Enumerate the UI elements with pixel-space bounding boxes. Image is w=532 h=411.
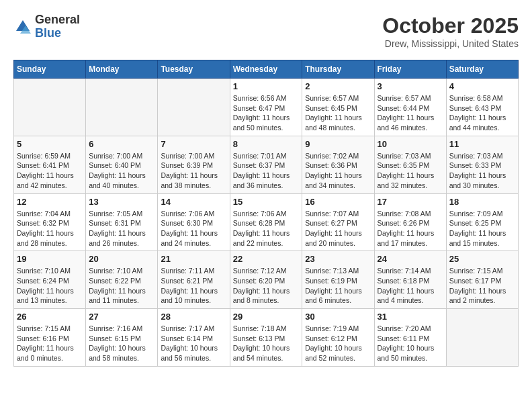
logo-general-text: General	[35, 13, 80, 27]
day-info: Sunrise: 6:57 AM Sunset: 6:44 PM Dayligh…	[378, 93, 443, 133]
calendar-cell: 2Sunrise: 6:57 AM Sunset: 6:45 PM Daylig…	[302, 79, 374, 136]
calendar-cell: 27Sunrise: 7:16 AM Sunset: 6:15 PM Dayli…	[86, 309, 158, 367]
logo-blue-text: Blue	[35, 27, 80, 40]
day-number: 17	[378, 197, 443, 207]
day-info: Sunrise: 7:16 AM Sunset: 6:15 PM Dayligh…	[89, 324, 154, 363]
day-number: 13	[89, 197, 154, 207]
day-info: Sunrise: 7:12 AM Sunset: 6:20 PM Dayligh…	[233, 266, 300, 306]
day-number: 30	[305, 312, 371, 322]
calendar-cell: 14Sunrise: 7:06 AM Sunset: 6:30 PM Dayli…	[158, 193, 230, 251]
day-info: Sunrise: 7:01 AM Sunset: 6:37 PM Dayligh…	[233, 151, 300, 191]
calendar-cell: 24Sunrise: 7:14 AM Sunset: 6:18 PM Dayli…	[374, 251, 446, 309]
day-info: Sunrise: 7:05 AM Sunset: 6:31 PM Dayligh…	[89, 209, 154, 248]
day-number: 31	[378, 312, 443, 322]
calendar-header-row: SundayMondayTuesdayWednesdayThursdayFrid…	[14, 60, 519, 79]
day-number: 20	[89, 254, 154, 264]
calendar-cell: 28Sunrise: 7:17 AM Sunset: 6:14 PM Dayli…	[158, 309, 230, 367]
day-info: Sunrise: 7:07 AM Sunset: 6:27 PM Dayligh…	[305, 209, 371, 248]
day-info: Sunrise: 7:17 AM Sunset: 6:14 PM Dayligh…	[161, 324, 226, 363]
day-number: 21	[161, 254, 226, 264]
day-number: 2	[305, 81, 371, 91]
day-number: 10	[378, 139, 443, 149]
calendar-cell: 7Sunrise: 7:00 AM Sunset: 6:39 PM Daylig…	[158, 136, 230, 193]
calendar-cell: 25Sunrise: 7:15 AM Sunset: 6:17 PM Dayli…	[446, 251, 518, 309]
day-info: Sunrise: 7:18 AM Sunset: 6:13 PM Dayligh…	[233, 324, 300, 363]
calendar-cell: 1Sunrise: 6:56 AM Sunset: 6:47 PM Daylig…	[230, 79, 302, 136]
day-info: Sunrise: 7:10 AM Sunset: 6:22 PM Dayligh…	[89, 266, 154, 306]
calendar-cell: 23Sunrise: 7:13 AM Sunset: 6:19 PM Dayli…	[302, 251, 374, 309]
location: Drew, Mississippi, United States	[382, 38, 519, 49]
calendar-cell: 8Sunrise: 7:01 AM Sunset: 6:37 PM Daylig…	[230, 136, 302, 193]
day-number: 22	[233, 254, 300, 264]
day-info: Sunrise: 7:00 AM Sunset: 6:40 PM Dayligh…	[89, 151, 154, 191]
title-block: October 2025 Drew, Mississippi, United S…	[382, 13, 519, 49]
calendar-week-row: 19Sunrise: 7:10 AM Sunset: 6:24 PM Dayli…	[14, 251, 519, 309]
calendar-table: SundayMondayTuesdayWednesdayThursdayFrid…	[13, 60, 519, 367]
calendar-cell: 4Sunrise: 6:58 AM Sunset: 6:43 PM Daylig…	[446, 79, 518, 136]
month-title: October 2025	[382, 13, 519, 38]
day-info: Sunrise: 7:19 AM Sunset: 6:12 PM Dayligh…	[305, 324, 371, 363]
calendar-cell	[14, 79, 86, 136]
day-number: 3	[378, 81, 443, 91]
day-info: Sunrise: 7:20 AM Sunset: 6:11 PM Dayligh…	[378, 324, 443, 363]
day-info: Sunrise: 7:00 AM Sunset: 6:39 PM Dayligh…	[161, 151, 226, 191]
day-number: 16	[305, 197, 371, 207]
day-info: Sunrise: 7:03 AM Sunset: 6:35 PM Dayligh…	[378, 151, 443, 191]
day-of-week-header: Saturday	[446, 60, 518, 79]
calendar-cell: 9Sunrise: 7:02 AM Sunset: 6:36 PM Daylig…	[302, 136, 374, 193]
calendar-cell: 29Sunrise: 7:18 AM Sunset: 6:13 PM Dayli…	[230, 309, 302, 367]
calendar-week-row: 1Sunrise: 6:56 AM Sunset: 6:47 PM Daylig…	[14, 79, 519, 136]
logo-text: General Blue	[35, 13, 80, 40]
day-info: Sunrise: 7:15 AM Sunset: 6:16 PM Dayligh…	[17, 324, 83, 363]
day-number: 4	[449, 81, 515, 91]
day-info: Sunrise: 6:57 AM Sunset: 6:45 PM Dayligh…	[305, 93, 371, 133]
day-of-week-header: Tuesday	[158, 60, 230, 79]
calendar-cell: 16Sunrise: 7:07 AM Sunset: 6:27 PM Dayli…	[302, 193, 374, 251]
day-number: 15	[233, 197, 300, 207]
day-info: Sunrise: 7:06 AM Sunset: 6:28 PM Dayligh…	[233, 209, 300, 248]
day-number: 11	[449, 139, 515, 149]
day-number: 26	[17, 312, 83, 322]
logo: General Blue	[13, 13, 80, 40]
day-number: 18	[449, 197, 515, 207]
day-number: 6	[89, 139, 154, 149]
day-info: Sunrise: 7:08 AM Sunset: 6:26 PM Dayligh…	[378, 209, 443, 248]
calendar-cell: 17Sunrise: 7:08 AM Sunset: 6:26 PM Dayli…	[374, 193, 446, 251]
day-info: Sunrise: 6:59 AM Sunset: 6:41 PM Dayligh…	[17, 151, 83, 191]
calendar-cell	[86, 79, 158, 136]
day-info: Sunrise: 7:04 AM Sunset: 6:32 PM Dayligh…	[17, 209, 83, 248]
day-number: 1	[233, 81, 300, 91]
day-number: 25	[449, 254, 515, 264]
day-number: 7	[161, 139, 226, 149]
day-number: 8	[233, 139, 300, 149]
day-number: 12	[17, 197, 83, 207]
day-info: Sunrise: 7:10 AM Sunset: 6:24 PM Dayligh…	[17, 266, 83, 306]
day-number: 14	[161, 197, 226, 207]
calendar-cell: 13Sunrise: 7:05 AM Sunset: 6:31 PM Dayli…	[86, 193, 158, 251]
calendar-cell	[446, 309, 518, 367]
calendar-cell: 15Sunrise: 7:06 AM Sunset: 6:28 PM Dayli…	[230, 193, 302, 251]
calendar-cell: 10Sunrise: 7:03 AM Sunset: 6:35 PM Dayli…	[374, 136, 446, 193]
calendar-cell: 3Sunrise: 6:57 AM Sunset: 6:44 PM Daylig…	[374, 79, 446, 136]
day-of-week-header: Thursday	[302, 60, 374, 79]
calendar-cell: 19Sunrise: 7:10 AM Sunset: 6:24 PM Dayli…	[14, 251, 86, 309]
calendar-cell: 20Sunrise: 7:10 AM Sunset: 6:22 PM Dayli…	[86, 251, 158, 309]
calendar-week-row: 12Sunrise: 7:04 AM Sunset: 6:32 PM Dayli…	[14, 193, 519, 251]
day-number: 5	[17, 139, 83, 149]
calendar-cell: 5Sunrise: 6:59 AM Sunset: 6:41 PM Daylig…	[14, 136, 86, 193]
calendar-week-row: 5Sunrise: 6:59 AM Sunset: 6:41 PM Daylig…	[14, 136, 519, 193]
calendar-cell: 26Sunrise: 7:15 AM Sunset: 6:16 PM Dayli…	[14, 309, 86, 367]
calendar-cell: 11Sunrise: 7:03 AM Sunset: 6:33 PM Dayli…	[446, 136, 518, 193]
day-number: 28	[161, 312, 226, 322]
day-of-week-header: Sunday	[14, 60, 86, 79]
calendar-cell: 6Sunrise: 7:00 AM Sunset: 6:40 PM Daylig…	[86, 136, 158, 193]
day-info: Sunrise: 7:09 AM Sunset: 6:25 PM Dayligh…	[449, 209, 515, 248]
day-info: Sunrise: 6:56 AM Sunset: 6:47 PM Dayligh…	[233, 93, 300, 133]
day-info: Sunrise: 7:06 AM Sunset: 6:30 PM Dayligh…	[161, 209, 226, 248]
day-of-week-header: Wednesday	[230, 60, 302, 79]
day-number: 24	[378, 254, 443, 264]
day-info: Sunrise: 7:15 AM Sunset: 6:17 PM Dayligh…	[449, 266, 515, 306]
day-info: Sunrise: 7:13 AM Sunset: 6:19 PM Dayligh…	[305, 266, 371, 306]
day-info: Sunrise: 6:58 AM Sunset: 6:43 PM Dayligh…	[449, 93, 515, 133]
calendar-cell: 18Sunrise: 7:09 AM Sunset: 6:25 PM Dayli…	[446, 193, 518, 251]
